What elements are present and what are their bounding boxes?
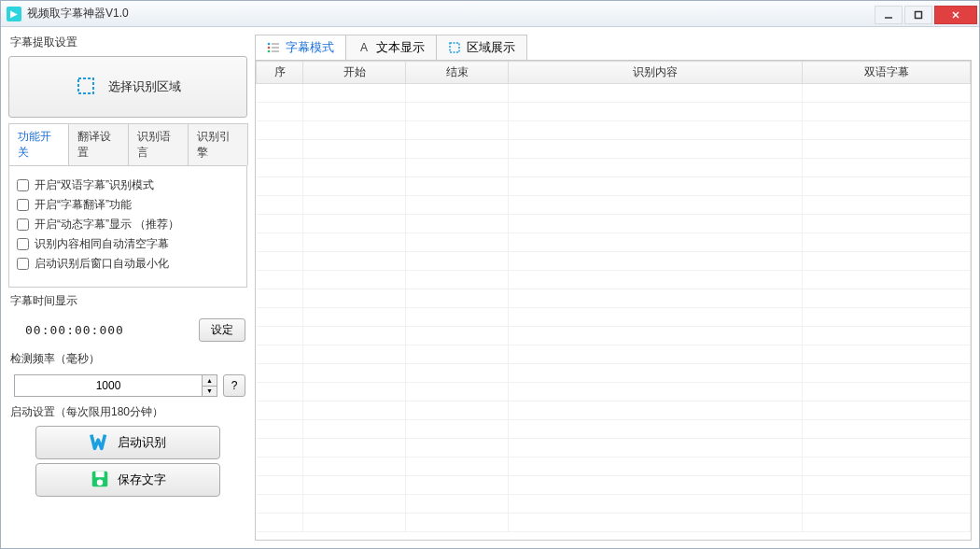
col-header[interactable]: 识别内容 bbox=[509, 62, 803, 84]
table-cell[interactable] bbox=[303, 84, 406, 103]
table-cell[interactable] bbox=[257, 514, 303, 532]
table-cell[interactable] bbox=[406, 84, 509, 103]
table-cell[interactable] bbox=[406, 364, 509, 383]
table-cell[interactable] bbox=[509, 177, 803, 196]
minimize-button[interactable] bbox=[875, 6, 903, 24]
table-row[interactable] bbox=[257, 439, 971, 458]
table-row[interactable] bbox=[257, 383, 971, 401]
table-cell[interactable] bbox=[803, 327, 971, 345]
table-cell[interactable] bbox=[406, 308, 509, 327]
table-cell[interactable] bbox=[303, 103, 406, 121]
table-cell[interactable] bbox=[406, 495, 509, 514]
check-dynamic[interactable]: 开启“动态字幕”显示 （推荐） bbox=[17, 217, 239, 232]
table-cell[interactable] bbox=[803, 420, 971, 439]
table-cell[interactable] bbox=[803, 289, 971, 308]
table-cell[interactable] bbox=[303, 458, 406, 476]
table-cell[interactable] bbox=[803, 345, 971, 364]
table-row[interactable] bbox=[257, 401, 971, 420]
table-cell[interactable] bbox=[406, 514, 509, 532]
table-cell[interactable] bbox=[803, 439, 971, 458]
table-cell[interactable] bbox=[303, 345, 406, 364]
table-cell[interactable] bbox=[406, 289, 509, 308]
table-cell[interactable] bbox=[257, 345, 303, 364]
table-cell[interactable] bbox=[257, 327, 303, 345]
table-cell[interactable] bbox=[509, 121, 803, 140]
titlebar[interactable]: ▶ 视频取字幕神器V1.0 bbox=[1, 1, 979, 27]
table-row[interactable] bbox=[257, 364, 971, 383]
table-cell[interactable] bbox=[303, 327, 406, 345]
table-cell[interactable] bbox=[257, 420, 303, 439]
table-cell[interactable] bbox=[803, 140, 971, 159]
table-cell[interactable] bbox=[303, 439, 406, 458]
table-cell[interactable] bbox=[803, 401, 971, 420]
table-cell[interactable] bbox=[257, 401, 303, 420]
table-row[interactable] bbox=[257, 140, 971, 159]
table-cell[interactable] bbox=[509, 383, 803, 401]
table-cell[interactable] bbox=[257, 252, 303, 271]
col-header[interactable]: 开始 bbox=[303, 62, 406, 84]
table-cell[interactable] bbox=[509, 476, 803, 495]
table-row[interactable] bbox=[257, 103, 971, 121]
table-cell[interactable] bbox=[803, 103, 971, 121]
time-set-button[interactable]: 设定 bbox=[199, 318, 245, 342]
table-cell[interactable] bbox=[303, 271, 406, 289]
table-row[interactable] bbox=[257, 196, 971, 215]
tab-function[interactable]: 功能开关 bbox=[8, 123, 69, 165]
table-cell[interactable] bbox=[509, 364, 803, 383]
close-button[interactable] bbox=[934, 6, 977, 24]
table-cell[interactable] bbox=[406, 233, 509, 252]
table-cell[interactable] bbox=[257, 495, 303, 514]
col-header[interactable]: 结束 bbox=[406, 62, 509, 84]
tab-translate[interactable]: 翻译设置 bbox=[68, 123, 129, 165]
table-row[interactable] bbox=[257, 514, 971, 532]
table-cell[interactable] bbox=[509, 140, 803, 159]
table-cell[interactable] bbox=[257, 196, 303, 215]
table-row[interactable] bbox=[257, 252, 971, 271]
table-cell[interactable] bbox=[406, 476, 509, 495]
table-cell[interactable] bbox=[406, 252, 509, 271]
table-cell[interactable] bbox=[509, 495, 803, 514]
table-cell[interactable] bbox=[257, 308, 303, 327]
table-cell[interactable] bbox=[509, 233, 803, 252]
table-cell[interactable] bbox=[509, 159, 803, 177]
start-recognition-button[interactable]: 启动识别 bbox=[35, 426, 220, 459]
tab-subtitle-mode[interactable]: 字幕模式 bbox=[255, 35, 346, 60]
table-cell[interactable] bbox=[509, 271, 803, 289]
check-dynamic-box[interactable] bbox=[17, 218, 29, 231]
table-cell[interactable] bbox=[803, 196, 971, 215]
table-row[interactable] bbox=[257, 420, 971, 439]
table-cell[interactable] bbox=[303, 514, 406, 532]
table-cell[interactable] bbox=[509, 420, 803, 439]
table-cell[interactable] bbox=[303, 177, 406, 196]
table-cell[interactable] bbox=[303, 252, 406, 271]
check-translate[interactable]: 开启“字幕翻译”功能 bbox=[17, 197, 239, 213]
table-cell[interactable] bbox=[303, 233, 406, 252]
col-header[interactable]: 序 bbox=[257, 62, 303, 84]
check-clear[interactable]: 识别内容相同自动清空字幕 bbox=[17, 236, 239, 252]
table-cell[interactable] bbox=[257, 84, 303, 103]
table-cell[interactable] bbox=[257, 233, 303, 252]
check-translate-box[interactable] bbox=[17, 199, 29, 211]
table-cell[interactable] bbox=[509, 514, 803, 532]
table-cell[interactable] bbox=[509, 103, 803, 121]
table-row[interactable] bbox=[257, 495, 971, 514]
table-row[interactable] bbox=[257, 177, 971, 196]
table-cell[interactable] bbox=[303, 495, 406, 514]
table-cell[interactable] bbox=[509, 439, 803, 458]
save-text-button[interactable]: 保存文字 bbox=[35, 463, 220, 497]
table-cell[interactable] bbox=[257, 383, 303, 401]
table-cell[interactable] bbox=[406, 121, 509, 140]
table-cell[interactable] bbox=[803, 271, 971, 289]
select-region-button[interactable]: 选择识别区域 bbox=[8, 56, 247, 118]
table-cell[interactable] bbox=[406, 439, 509, 458]
table-cell[interactable] bbox=[406, 271, 509, 289]
table-cell[interactable] bbox=[803, 514, 971, 532]
table-cell[interactable] bbox=[406, 420, 509, 439]
table-cell[interactable] bbox=[257, 476, 303, 495]
table-cell[interactable] bbox=[803, 215, 971, 233]
col-header[interactable]: 双语字幕 bbox=[803, 62, 971, 84]
table-row[interactable] bbox=[257, 271, 971, 289]
table-cell[interactable] bbox=[509, 196, 803, 215]
table-cell[interactable] bbox=[303, 196, 406, 215]
table-cell[interactable] bbox=[509, 345, 803, 364]
